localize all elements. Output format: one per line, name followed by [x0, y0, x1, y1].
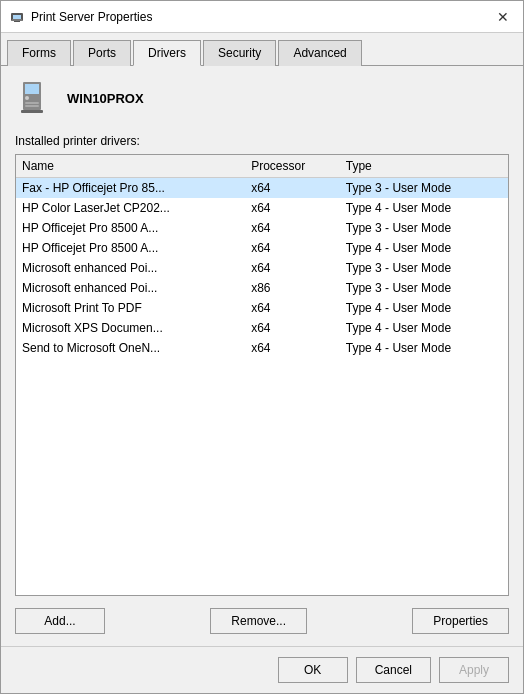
cell-type: Type 3 - User Mode — [340, 178, 508, 199]
cell-processor: x64 — [245, 258, 340, 278]
tab-ports[interactable]: Ports — [73, 40, 131, 66]
cell-type: Type 4 - User Mode — [340, 338, 508, 358]
table-row[interactable]: Fax - HP Officejet Pro 85...x64Type 3 - … — [16, 178, 508, 199]
cell-name: HP Color LaserJet CP202... — [16, 198, 245, 218]
tab-forms[interactable]: Forms — [7, 40, 71, 66]
footer: OK Cancel Apply — [1, 646, 523, 693]
cell-name: Fax - HP Officejet Pro 85... — [16, 178, 245, 199]
drivers-table: Name Processor Type Fax - HP Officejet P… — [16, 155, 508, 358]
cell-processor: x64 — [245, 338, 340, 358]
action-buttons: Add... Remove... Properties — [15, 608, 509, 634]
section-label: Installed printer drivers: — [15, 134, 509, 148]
table-row[interactable]: HP Officejet Pro 8500 A...x64Type 3 - Us… — [16, 218, 508, 238]
title-bar: Print Server Properties ✕ — [1, 1, 523, 33]
cell-name: Microsoft XPS Documen... — [16, 318, 245, 338]
cell-type: Type 4 - User Mode — [340, 198, 508, 218]
table-row[interactable]: HP Color LaserJet CP202...x64Type 4 - Us… — [16, 198, 508, 218]
svg-rect-2 — [12, 19, 22, 21]
server-name: WIN10PROX — [67, 91, 144, 106]
cell-processor: x64 — [245, 178, 340, 199]
cell-type: Type 3 - User Mode — [340, 258, 508, 278]
apply-button[interactable]: Apply — [439, 657, 509, 683]
server-info: WIN10PROX — [15, 78, 509, 118]
col-type: Type — [340, 155, 508, 178]
svg-rect-9 — [21, 110, 43, 113]
tab-bar: Forms Ports Drivers Security Advanced — [1, 33, 523, 66]
remove-button[interactable]: Remove... — [210, 608, 307, 634]
table-row[interactable]: Microsoft enhanced Poi...x86Type 3 - Use… — [16, 278, 508, 298]
table-row[interactable]: Send to Microsoft OneN...x64Type 4 - Use… — [16, 338, 508, 358]
table-row[interactable]: Microsoft enhanced Poi...x64Type 3 - Use… — [16, 258, 508, 278]
col-processor: Processor — [245, 155, 340, 178]
cell-type: Type 4 - User Mode — [340, 318, 508, 338]
svg-point-6 — [25, 96, 29, 100]
tab-advanced[interactable]: Advanced — [278, 40, 361, 66]
svg-rect-7 — [25, 102, 39, 104]
window-icon — [9, 9, 25, 25]
cell-name: Microsoft Print To PDF — [16, 298, 245, 318]
tab-security[interactable]: Security — [203, 40, 276, 66]
window-title: Print Server Properties — [31, 10, 491, 24]
cell-processor: x64 — [245, 198, 340, 218]
table-row[interactable]: Microsoft Print To PDFx64Type 4 - User M… — [16, 298, 508, 318]
main-content: WIN10PROX Installed printer drivers: Nam… — [1, 66, 523, 646]
svg-rect-1 — [13, 15, 21, 19]
add-button[interactable]: Add... — [15, 608, 105, 634]
col-name: Name — [16, 155, 245, 178]
cell-type: Type 4 - User Mode — [340, 238, 508, 258]
cancel-button[interactable]: Cancel — [356, 657, 431, 683]
svg-rect-5 — [25, 84, 39, 94]
tab-drivers[interactable]: Drivers — [133, 40, 201, 66]
table-row[interactable]: HP Officejet Pro 8500 A...x64Type 4 - Us… — [16, 238, 508, 258]
cell-type: Type 3 - User Mode — [340, 278, 508, 298]
cell-name: HP Officejet Pro 8500 A... — [16, 238, 245, 258]
cell-name: Send to Microsoft OneN... — [16, 338, 245, 358]
cell-type: Type 3 - User Mode — [340, 218, 508, 238]
cell-name: Microsoft enhanced Poi... — [16, 278, 245, 298]
cell-name: HP Officejet Pro 8500 A... — [16, 218, 245, 238]
ok-button[interactable]: OK — [278, 657, 348, 683]
cell-type: Type 4 - User Mode — [340, 298, 508, 318]
cell-processor: x86 — [245, 278, 340, 298]
cell-name: Microsoft enhanced Poi... — [16, 258, 245, 278]
cell-processor: x64 — [245, 238, 340, 258]
cell-processor: x64 — [245, 318, 340, 338]
properties-button[interactable]: Properties — [412, 608, 509, 634]
cell-processor: x64 — [245, 218, 340, 238]
svg-rect-3 — [14, 21, 20, 22]
server-icon — [15, 78, 55, 118]
cell-processor: x64 — [245, 298, 340, 318]
close-button[interactable]: ✕ — [491, 5, 515, 29]
drivers-table-container[interactable]: Name Processor Type Fax - HP Officejet P… — [15, 154, 509, 596]
table-row[interactable]: Microsoft XPS Documen...x64Type 4 - User… — [16, 318, 508, 338]
svg-rect-8 — [25, 105, 39, 107]
print-server-properties-window: Print Server Properties ✕ Forms Ports Dr… — [0, 0, 524, 694]
